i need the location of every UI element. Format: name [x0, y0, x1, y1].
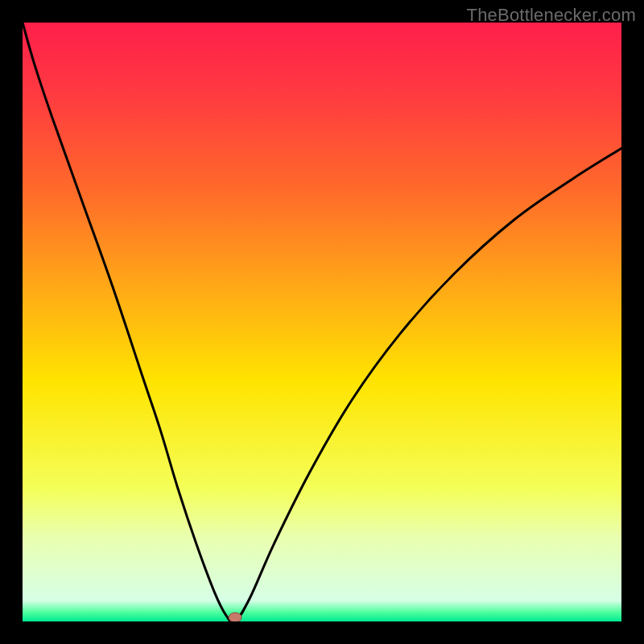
chart-frame: TheBottlenecker.com [0, 0, 644, 644]
optimal-point-marker [229, 613, 242, 621]
plot-svg [23, 23, 621, 621]
plot-area [23, 23, 621, 621]
watermark-text: TheBottlenecker.com [467, 5, 636, 26]
gradient-background [23, 23, 621, 621]
